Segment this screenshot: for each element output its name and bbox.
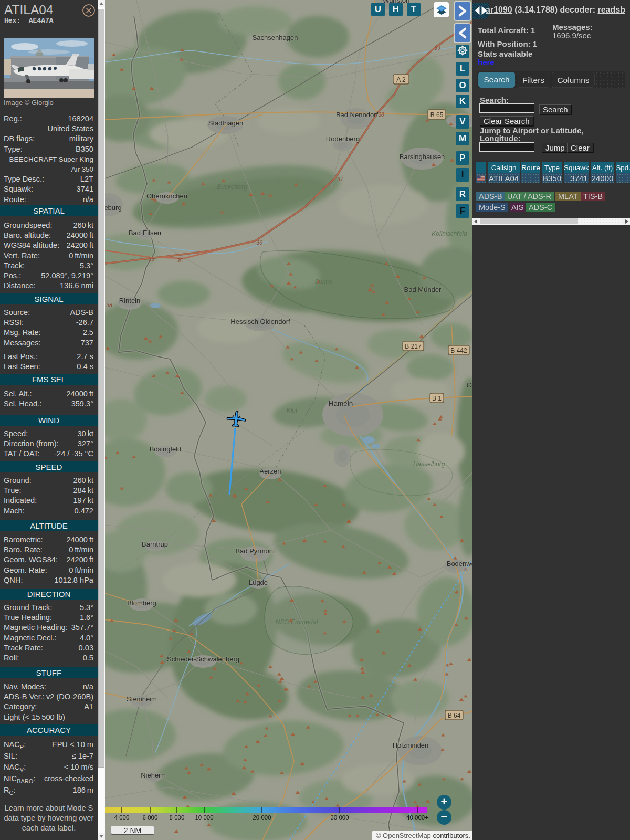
svg-text:B 64: B 64 bbox=[448, 712, 461, 719]
svg-text:Nieheim: Nieheim bbox=[141, 771, 166, 779]
svg-text:30 000: 30 000 bbox=[330, 814, 349, 821]
svg-text:Sachsenhagen: Sachsenhagen bbox=[253, 34, 298, 41]
svg-text:NSG Emmertal: NSG Emmertal bbox=[276, 618, 318, 626]
svg-text:Suntel: Suntel bbox=[314, 278, 332, 286]
svg-text:37: 37 bbox=[337, 176, 344, 182]
svg-text:Barsinghausen: Barsinghausen bbox=[400, 153, 445, 161]
svg-text:4 000: 4 000 bbox=[114, 814, 130, 821]
svg-text:Co: Co bbox=[467, 381, 472, 389]
svg-text:Bad Nenndorf: Bad Nenndorf bbox=[336, 111, 379, 119]
svg-text:Obernkirchen: Obernkirchen bbox=[146, 192, 187, 200]
svg-text:6 000: 6 000 bbox=[143, 814, 158, 821]
svg-text:B 1: B 1 bbox=[432, 395, 442, 402]
svg-text:Blomberg: Blomberg bbox=[127, 599, 156, 607]
svg-text:Hasselburg: Hasselburg bbox=[413, 460, 445, 468]
svg-text:Bückeberg: Bückeberg bbox=[217, 183, 247, 191]
svg-text:eburg: eburg bbox=[105, 204, 122, 212]
svg-text:38: 38 bbox=[106, 302, 112, 308]
svg-text:B 65: B 65 bbox=[430, 111, 444, 119]
svg-text:Klut: Klut bbox=[287, 407, 298, 414]
svg-text:8 000: 8 000 bbox=[170, 814, 185, 821]
svg-text:Hessisch Oldendorf: Hessisch Oldendorf bbox=[230, 318, 290, 326]
svg-text:10 000: 10 000 bbox=[195, 814, 213, 821]
svg-text:Bodenwer: Bodenwer bbox=[447, 560, 472, 568]
svg-text:Lügde: Lügde bbox=[249, 579, 268, 586]
svg-text:Bad Pyrmont: Bad Pyrmont bbox=[235, 547, 275, 555]
svg-text:20 000: 20 000 bbox=[253, 814, 271, 821]
svg-text:Steinheim: Steinheim bbox=[127, 695, 157, 703]
svg-text:Barntrup: Barntrup bbox=[142, 540, 168, 548]
svg-text:Rodenberg: Rodenberg bbox=[326, 135, 360, 143]
svg-text:Stadthagen: Stadthagen bbox=[208, 119, 244, 127]
svg-text:35: 35 bbox=[176, 257, 183, 264]
svg-text:Aerzen: Aerzen bbox=[259, 467, 281, 475]
svg-text:Kollnischfeld: Kollnischfeld bbox=[432, 230, 467, 237]
svg-text:Bad Eilsen: Bad Eilsen bbox=[129, 229, 161, 237]
svg-text:38: 38 bbox=[378, 111, 384, 118]
svg-text:35: 35 bbox=[148, 256, 154, 262]
svg-text:Hameln: Hameln bbox=[329, 400, 353, 407]
svg-text:Bösingfeld: Bösingfeld bbox=[150, 445, 182, 453]
svg-text:B 442: B 442 bbox=[450, 347, 467, 354]
svg-text:Schieder-Schwalenberg: Schieder-Schwalenberg bbox=[167, 655, 239, 663]
svg-text:Rinteln: Rinteln bbox=[119, 297, 140, 304]
svg-text:39: 39 bbox=[434, 45, 440, 51]
svg-text:B 217: B 217 bbox=[405, 343, 422, 350]
svg-text:A 2: A 2 bbox=[396, 76, 406, 83]
svg-text:Bad Münder: Bad Münder bbox=[404, 286, 442, 293]
svg-text:40 000+: 40 000+ bbox=[406, 814, 428, 821]
svg-text:Holzminden: Holzminden bbox=[393, 741, 429, 749]
svg-text:36: 36 bbox=[256, 239, 262, 246]
